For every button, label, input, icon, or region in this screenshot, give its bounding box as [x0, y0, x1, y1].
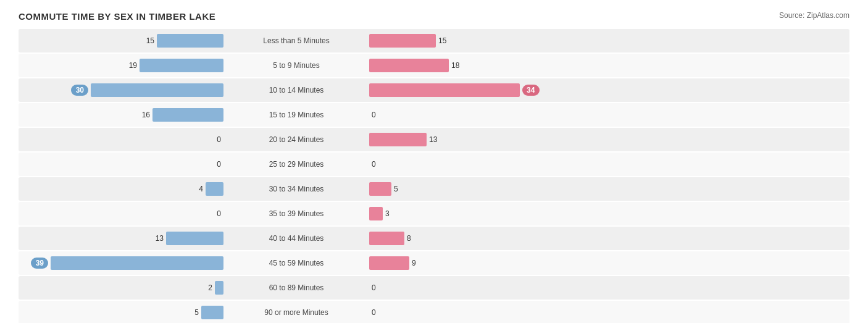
male-bar-wrap: 4	[19, 182, 223, 196]
chart-row: 0 20 to 24 Minutes 13	[19, 128, 849, 151]
male-bar-wrap: 0	[19, 133, 223, 146]
chart-row: 16 15 to 19 Minutes 0	[19, 103, 849, 127]
female-bar-wrap: 0	[369, 306, 849, 319]
male-bar	[215, 281, 223, 295]
left-section: 2	[19, 281, 228, 295]
male-value: 0	[204, 209, 221, 218]
female-bar	[369, 34, 436, 48]
male-bar	[91, 83, 223, 97]
female-value: 13	[429, 135, 446, 144]
left-section: 0	[19, 207, 228, 220]
male-bar-wrap: 0	[19, 157, 223, 171]
right-section: 0	[364, 281, 849, 295]
male-bar	[166, 232, 223, 245]
male-bar	[201, 306, 223, 319]
chart-row: 4 30 to 34 Minutes 5	[19, 177, 849, 201]
male-bar-wrap: 15	[19, 34, 223, 48]
male-bar	[140, 59, 223, 72]
female-bar-wrap: 8	[369, 232, 849, 245]
male-bar-wrap: 30	[19, 83, 223, 97]
female-value: 0	[372, 308, 389, 317]
female-value: 9	[412, 259, 429, 267]
female-bar-wrap: 34	[369, 83, 849, 97]
male-bar-wrap: 39	[19, 256, 223, 270]
category-label: 40 to 44 Minutes	[228, 234, 364, 243]
female-bar-wrap: 13	[369, 133, 849, 146]
female-value: 3	[385, 209, 403, 218]
female-value: 15	[438, 36, 456, 45]
male-value: 39	[31, 258, 48, 269]
chart-body: 15 Less than 5 Minutes 15 19 5 to 9 Minu…	[19, 29, 849, 323]
left-section: 0	[19, 133, 228, 146]
left-section: 0	[19, 157, 228, 171]
male-value: 5	[182, 308, 199, 317]
female-bar-wrap: 0	[369, 281, 849, 295]
female-bar-wrap: 0	[369, 108, 849, 122]
left-section: 5	[19, 306, 228, 319]
right-section: 13	[364, 133, 849, 146]
right-section: 8	[364, 232, 849, 245]
left-section: 16	[19, 108, 228, 122]
left-section: 19	[19, 59, 228, 72]
right-section: 9	[364, 256, 849, 270]
chart-title: COMMUTE TIME BY SEX IN TIMBER LAKE	[19, 11, 849, 22]
female-value: 18	[451, 61, 469, 70]
male-bar-wrap: 2	[19, 281, 223, 295]
category-label: 10 to 14 Minutes	[228, 86, 364, 94]
male-value: 4	[186, 185, 203, 193]
male-value: 19	[120, 61, 137, 70]
chart-row: 19 5 to 9 Minutes 18	[19, 54, 849, 77]
female-bar-wrap: 9	[369, 256, 849, 270]
female-value: 8	[407, 234, 424, 243]
category-label: 30 to 34 Minutes	[228, 185, 364, 193]
male-value: 0	[204, 160, 221, 169]
female-bar	[369, 256, 409, 270]
female-bar-wrap: 5	[369, 182, 849, 196]
chart-row: 5 90 or more Minutes 0	[19, 301, 849, 323]
category-label: 90 or more Minutes	[228, 308, 364, 317]
right-section: 3	[364, 207, 849, 220]
female-bar-wrap: 0	[369, 157, 849, 171]
left-section: 4	[19, 182, 228, 196]
right-section: 0	[364, 157, 849, 171]
category-label: Less than 5 Minutes	[228, 36, 364, 45]
female-bar-wrap: 18	[369, 59, 849, 72]
male-value: 30	[71, 85, 88, 96]
male-bar	[51, 256, 223, 270]
chart-row: 39 45 to 59 Minutes 9	[19, 251, 849, 275]
source-label: Source: ZipAtlas.com	[779, 11, 849, 20]
female-bar	[369, 59, 449, 72]
right-section: 5	[364, 182, 849, 196]
male-bar-wrap: 5	[19, 306, 223, 319]
chart-container: COMMUTE TIME BY SEX IN TIMBER LAKE Sourc…	[0, 0, 868, 323]
category-label: 5 to 9 Minutes	[228, 61, 364, 70]
category-label: 60 to 89 Minutes	[228, 283, 364, 292]
category-label: 15 to 19 Minutes	[228, 111, 364, 119]
left-section: 30	[19, 83, 228, 97]
left-section: 15	[19, 34, 228, 48]
female-bar	[369, 232, 404, 245]
female-value: 34	[522, 85, 540, 96]
male-bar	[206, 182, 223, 196]
right-section: 15	[364, 34, 849, 48]
male-value: 16	[133, 111, 150, 119]
male-value: 2	[195, 283, 212, 292]
male-bar	[157, 34, 223, 48]
category-label: 45 to 59 Minutes	[228, 259, 364, 267]
female-value: 0	[372, 160, 389, 169]
male-value: 13	[146, 234, 164, 243]
category-label: 25 to 29 Minutes	[228, 160, 364, 169]
right-section: 0	[364, 306, 849, 319]
male-value: 15	[137, 36, 154, 45]
chart-row: 30 10 to 14 Minutes 34	[19, 78, 849, 102]
right-section: 0	[364, 108, 849, 122]
right-section: 34	[364, 83, 849, 97]
left-section: 13	[19, 232, 228, 245]
left-section: 39	[19, 256, 228, 270]
category-label: 35 to 39 Minutes	[228, 209, 364, 218]
male-bar	[152, 108, 223, 122]
male-bar-wrap: 13	[19, 232, 223, 245]
female-value: 0	[372, 111, 389, 119]
female-value: 0	[372, 283, 389, 292]
chart-row: 15 Less than 5 Minutes 15	[19, 29, 849, 52]
